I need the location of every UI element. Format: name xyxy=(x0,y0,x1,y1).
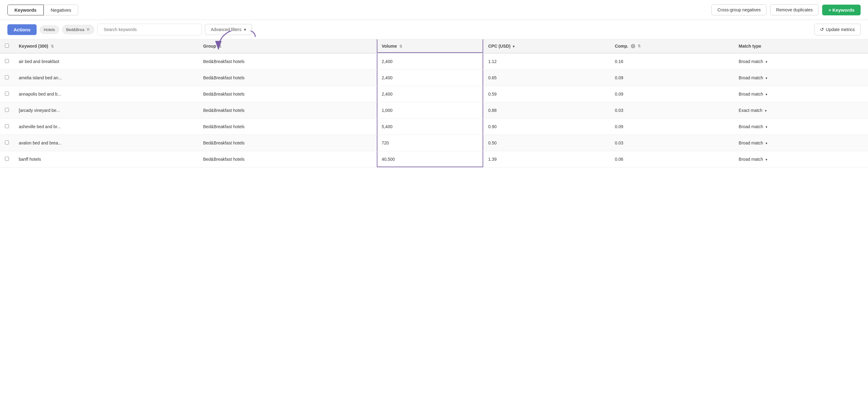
table-row: [arcady vineyard be... Bed&Breakfast hot… xyxy=(0,102,868,119)
tab-group: Keywords Negatives xyxy=(7,5,78,15)
row-comp: 0.16 xyxy=(610,53,734,70)
row-checkbox-cell[interactable] xyxy=(0,102,14,119)
matchtype-caret-icon: ▾ xyxy=(766,93,768,96)
row-checkbox-cell[interactable] xyxy=(0,135,14,151)
row-checkbox[interactable] xyxy=(5,124,9,128)
matchtype-label: Broad match xyxy=(739,140,763,146)
row-matchtype[interactable]: Broad match ▾ xyxy=(734,86,868,102)
row-matchtype[interactable]: Broad match ▾ xyxy=(734,119,868,135)
row-checkbox-cell[interactable] xyxy=(0,70,14,86)
row-checkbox[interactable] xyxy=(5,59,9,63)
row-volume: 2,400 xyxy=(377,70,483,86)
row-group: Bed&Breakfast hotels xyxy=(198,102,376,119)
header-cpc[interactable]: CPC (USD) ▾ xyxy=(483,39,610,53)
row-comp: 0.03 xyxy=(610,102,734,119)
matchtype-label: Broad match xyxy=(739,59,763,64)
advanced-filters-button[interactable]: Advanced filters ▾ xyxy=(205,24,252,35)
table-row: annapolis bed and b... Bed&Breakfast hot… xyxy=(0,86,868,102)
search-input[interactable] xyxy=(100,25,198,34)
row-comp: 0.09 xyxy=(610,119,734,135)
row-checkbox-cell[interactable] xyxy=(0,119,14,135)
update-metrics-label: Update metrics xyxy=(826,27,855,32)
matchtype-caret-icon: ▾ xyxy=(766,60,768,64)
cross-group-negatives-button[interactable]: Cross-group negatives xyxy=(711,4,767,15)
advanced-filters-label: Advanced filters xyxy=(211,27,242,32)
table-row: amelia island bed an... Bed&Breakfast ho… xyxy=(0,70,868,86)
row-keyword: air bed and breakfast xyxy=(14,53,198,70)
row-group: Bed&Breakfast hotels xyxy=(198,135,376,151)
header-keyword[interactable]: Keyword (300) ⇅ xyxy=(14,39,198,53)
row-keyword: asheville bed and br... xyxy=(14,119,198,135)
row-checkbox[interactable] xyxy=(5,75,9,79)
row-comp: 0.03 xyxy=(610,135,734,151)
actions-button[interactable]: Actions xyxy=(7,24,37,35)
matchtype-label: Exact match xyxy=(739,108,763,113)
row-matchtype[interactable]: Exact match ▾ xyxy=(734,102,868,119)
refresh-icon: ↺ xyxy=(820,27,824,32)
filter-tag-bedbrea-close[interactable]: ✕ xyxy=(86,27,90,32)
tab-negatives[interactable]: Negatives xyxy=(44,5,79,15)
cpc-sort-desc-icon: ▾ xyxy=(513,44,515,49)
header-volume-label: Volume xyxy=(382,44,397,49)
header-group-label: Group xyxy=(203,44,216,49)
row-keyword: avalon bed and brea... xyxy=(14,135,198,151)
keywords-table-container: Keyword (300) ⇅ Group ⇅ Volume ⇅ CPC (US… xyxy=(0,39,868,167)
keyword-sort-icon: ⇅ xyxy=(51,44,54,49)
row-comp: 0.06 xyxy=(610,151,734,167)
header-comp[interactable]: Comp. i ⇅ xyxy=(610,39,734,53)
row-cpc: 0.50 xyxy=(483,135,610,151)
matchtype-caret-icon: ▾ xyxy=(766,141,768,145)
row-group: Bed&Breakfast hotels xyxy=(198,86,376,102)
table-header-row: Keyword (300) ⇅ Group ⇅ Volume ⇅ CPC (US… xyxy=(0,39,868,53)
row-matchtype[interactable]: Broad match ▾ xyxy=(734,135,868,151)
header-group[interactable]: Group ⇅ xyxy=(198,39,376,53)
filter-tag-bedbrea-label: Bed&Brea xyxy=(66,27,84,32)
remove-duplicates-button[interactable]: Remove duplicates xyxy=(770,4,818,15)
volume-sort-icon: ⇅ xyxy=(399,44,402,49)
header-matchtype-label: Match type xyxy=(739,44,761,49)
filter-tag-hotels-label: Hotels xyxy=(44,27,55,32)
add-keywords-button[interactable]: + Keywords xyxy=(822,5,861,15)
row-cpc: 0.65 xyxy=(483,70,610,86)
header-checkbox[interactable] xyxy=(0,39,14,53)
filter-tag-hotels[interactable]: Hotels xyxy=(40,26,59,34)
row-volume: 1,000 xyxy=(377,102,483,119)
matchtype-label: Broad match xyxy=(739,124,763,129)
row-volume: 5,400 xyxy=(377,119,483,135)
header-comp-label: Comp. xyxy=(615,44,628,49)
row-checkbox-cell[interactable] xyxy=(0,151,14,167)
row-checkbox[interactable] xyxy=(5,157,9,161)
matchtype-caret-icon: ▾ xyxy=(765,109,767,112)
header-volume[interactable]: Volume ⇅ xyxy=(377,39,483,53)
header-matchtype: Match type xyxy=(734,39,868,53)
filter-tag-bedbrea[interactable]: Bed&Brea ✕ xyxy=(62,25,94,34)
header-cpc-label: CPC (USD) xyxy=(488,44,510,49)
header-keyword-label: Keyword (300) xyxy=(19,44,48,49)
tab-keywords[interactable]: Keywords xyxy=(7,5,44,15)
row-matchtype[interactable]: Broad match ▾ xyxy=(734,70,868,86)
row-cpc: 0.59 xyxy=(483,86,610,102)
row-matchtype[interactable]: Broad match ▾ xyxy=(734,53,868,70)
row-matchtype[interactable]: Broad match ▾ xyxy=(734,151,868,167)
row-cpc: 0.90 xyxy=(483,119,610,135)
row-checkbox-cell[interactable] xyxy=(0,86,14,102)
row-comp: 0.09 xyxy=(610,70,734,86)
top-right-buttons: Cross-group negatives Remove duplicates … xyxy=(711,4,861,15)
table-body: air bed and breakfast Bed&Breakfast hote… xyxy=(0,53,868,167)
table-row: avalon bed and brea... Bed&Breakfast hot… xyxy=(0,135,868,151)
table-row: banff hotels Bed&Breakfast hotels 40,500… xyxy=(0,151,868,167)
matchtype-label: Broad match xyxy=(739,157,763,162)
row-keyword: annapolis bed and b... xyxy=(14,86,198,102)
row-volume: 40,500 xyxy=(377,151,483,167)
select-all-checkbox[interactable] xyxy=(5,44,9,47)
row-volume: 2,400 xyxy=(377,53,483,70)
advanced-filters-chevron-icon: ▾ xyxy=(244,27,246,32)
row-keyword: amelia island bed an... xyxy=(14,70,198,86)
row-checkbox[interactable] xyxy=(5,108,9,112)
row-checkbox[interactable] xyxy=(5,92,9,96)
row-checkbox[interactable] xyxy=(5,140,9,144)
row-group: Bed&Breakfast hotels xyxy=(198,119,376,135)
update-metrics-button[interactable]: ↺ Update metrics xyxy=(814,24,861,35)
matchtype-label: Broad match xyxy=(739,75,763,80)
row-checkbox-cell[interactable] xyxy=(0,53,14,70)
